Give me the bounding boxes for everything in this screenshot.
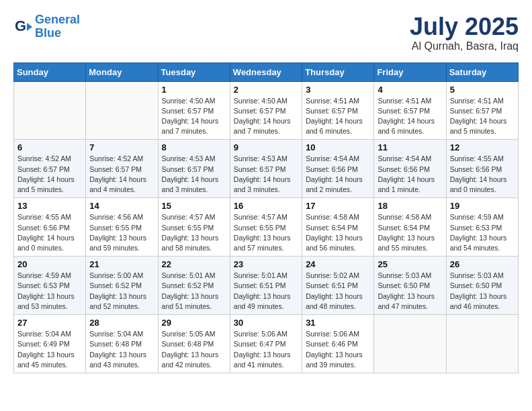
day-info: Sunrise: 5:00 AM Sunset: 6:52 PM Dayligh… (89, 271, 154, 312)
calendar-cell: 12Sunrise: 4:55 AM Sunset: 6:56 PM Dayli… (446, 140, 518, 198)
day-number: 4 (378, 85, 442, 95)
svg-text:G: G (15, 17, 26, 34)
day-info: Sunrise: 5:06 AM Sunset: 6:46 PM Dayligh… (306, 329, 370, 370)
day-info: Sunrise: 5:05 AM Sunset: 6:48 PM Dayligh… (162, 329, 226, 370)
day-number: 22 (162, 259, 226, 269)
weekday-header-thursday: Thursday (302, 62, 374, 81)
day-number: 15 (162, 201, 226, 211)
calendar-cell: 13Sunrise: 4:55 AM Sunset: 6:56 PM Dayli… (14, 198, 86, 257)
calendar-cell: 11Sunrise: 4:54 AM Sunset: 6:56 PM Dayli… (374, 140, 446, 198)
calendar-cell: 8Sunrise: 4:53 AM Sunset: 6:57 PM Daylig… (158, 140, 230, 198)
logo-icon: G (13, 17, 32, 36)
calendar-cell: 2Sunrise: 4:50 AM Sunset: 6:57 PM Daylig… (230, 81, 302, 140)
location-subtitle: Al Qurnah, Basra, Iraq (410, 40, 519, 52)
day-info: Sunrise: 4:51 AM Sunset: 6:57 PM Dayligh… (378, 96, 442, 137)
calendar-cell: 6Sunrise: 4:52 AM Sunset: 6:57 PM Daylig… (14, 140, 86, 198)
calendar-cell: 28Sunrise: 5:04 AM Sunset: 6:48 PM Dayli… (86, 315, 158, 373)
logo-line2: Blue (35, 26, 61, 40)
calendar-week-row: 20Sunrise: 4:59 AM Sunset: 6:53 PM Dayli… (14, 257, 519, 315)
calendar-cell: 25Sunrise: 5:03 AM Sunset: 6:50 PM Dayli… (374, 257, 446, 315)
calendar-cell: 27Sunrise: 5:04 AM Sunset: 6:49 PM Dayli… (14, 315, 86, 373)
day-info: Sunrise: 5:04 AM Sunset: 6:49 PM Dayligh… (17, 329, 82, 370)
day-number: 25 (378, 259, 442, 269)
day-info: Sunrise: 5:03 AM Sunset: 6:50 PM Dayligh… (450, 271, 515, 312)
calendar-cell: 14Sunrise: 4:56 AM Sunset: 6:55 PM Dayli… (86, 198, 158, 257)
day-number: 7 (89, 142, 154, 152)
calendar-cell: 26Sunrise: 5:03 AM Sunset: 6:50 PM Dayli… (446, 257, 518, 315)
day-info: Sunrise: 4:53 AM Sunset: 6:57 PM Dayligh… (162, 154, 226, 195)
day-info: Sunrise: 4:57 AM Sunset: 6:55 PM Dayligh… (234, 212, 298, 253)
day-number: 27 (17, 318, 82, 328)
day-number: 23 (234, 259, 298, 269)
weekday-header-monday: Monday (86, 62, 158, 81)
day-info: Sunrise: 4:50 AM Sunset: 6:57 PM Dayligh… (234, 96, 298, 137)
day-number: 13 (17, 201, 82, 211)
calendar-week-row: 1Sunrise: 4:50 AM Sunset: 6:57 PM Daylig… (14, 81, 519, 140)
calendar-cell: 9Sunrise: 4:53 AM Sunset: 6:57 PM Daylig… (230, 140, 302, 198)
calendar-cell: 16Sunrise: 4:57 AM Sunset: 6:55 PM Dayli… (230, 198, 302, 257)
day-number: 2 (234, 85, 298, 95)
day-number: 31 (306, 318, 370, 328)
day-number: 28 (89, 318, 154, 328)
weekday-header-sunday: Sunday (14, 62, 86, 81)
day-info: Sunrise: 5:01 AM Sunset: 6:52 PM Dayligh… (162, 271, 226, 312)
calendar-cell: 23Sunrise: 5:01 AM Sunset: 6:51 PM Dayli… (230, 257, 302, 315)
weekday-header-row: SundayMondayTuesdayWednesdayThursdayFrid… (14, 62, 519, 81)
title-block: July 2025 Al Qurnah, Basra, Iraq (410, 13, 519, 52)
calendar-cell: 17Sunrise: 4:58 AM Sunset: 6:54 PM Dayli… (302, 198, 374, 257)
day-number: 3 (306, 85, 370, 95)
day-info: Sunrise: 4:54 AM Sunset: 6:56 PM Dayligh… (378, 154, 442, 195)
day-number: 17 (306, 201, 370, 211)
day-number: 21 (89, 259, 154, 269)
day-number: 8 (162, 142, 226, 152)
calendar-cell: 15Sunrise: 4:57 AM Sunset: 6:55 PM Dayli… (158, 198, 230, 257)
calendar-cell: 29Sunrise: 5:05 AM Sunset: 6:48 PM Dayli… (158, 315, 230, 373)
calendar-table: SundayMondayTuesdayWednesdayThursdayFrid… (13, 62, 519, 373)
calendar-week-row: 27Sunrise: 5:04 AM Sunset: 6:49 PM Dayli… (14, 315, 519, 373)
weekday-header-friday: Friday (374, 62, 446, 81)
day-number: 11 (378, 142, 442, 152)
day-info: Sunrise: 4:51 AM Sunset: 6:57 PM Dayligh… (306, 96, 370, 137)
calendar-cell: 4Sunrise: 4:51 AM Sunset: 6:57 PM Daylig… (374, 81, 446, 140)
calendar-cell: 1Sunrise: 4:50 AM Sunset: 6:57 PM Daylig… (158, 81, 230, 140)
day-number: 20 (17, 259, 82, 269)
logo-text: General Blue (35, 13, 80, 40)
day-number: 10 (306, 142, 370, 152)
calendar-cell: 18Sunrise: 4:58 AM Sunset: 6:54 PM Dayli… (374, 198, 446, 257)
calendar-cell: 19Sunrise: 4:59 AM Sunset: 6:53 PM Dayli… (446, 198, 518, 257)
day-number: 26 (450, 259, 515, 269)
day-number: 9 (234, 142, 298, 152)
calendar-cell: 3Sunrise: 4:51 AM Sunset: 6:57 PM Daylig… (302, 81, 374, 140)
day-number: 14 (89, 201, 154, 211)
day-info: Sunrise: 5:04 AM Sunset: 6:48 PM Dayligh… (89, 329, 154, 370)
calendar-cell: 5Sunrise: 4:51 AM Sunset: 6:57 PM Daylig… (446, 81, 518, 140)
day-number: 29 (162, 318, 226, 328)
calendar-cell: 24Sunrise: 5:02 AM Sunset: 6:51 PM Dayli… (302, 257, 374, 315)
calendar-week-row: 13Sunrise: 4:55 AM Sunset: 6:56 PM Dayli… (14, 198, 519, 257)
day-info: Sunrise: 5:03 AM Sunset: 6:50 PM Dayligh… (378, 271, 442, 312)
calendar-cell: 30Sunrise: 5:06 AM Sunset: 6:47 PM Dayli… (230, 315, 302, 373)
calendar-cell (86, 81, 158, 140)
day-number: 24 (306, 259, 370, 269)
day-info: Sunrise: 4:57 AM Sunset: 6:55 PM Dayligh… (162, 212, 226, 253)
day-number: 16 (234, 201, 298, 211)
calendar-cell: 31Sunrise: 5:06 AM Sunset: 6:46 PM Dayli… (302, 315, 374, 373)
day-info: Sunrise: 4:53 AM Sunset: 6:57 PM Dayligh… (234, 154, 298, 195)
day-info: Sunrise: 4:56 AM Sunset: 6:55 PM Dayligh… (89, 212, 154, 253)
day-info: Sunrise: 4:51 AM Sunset: 6:57 PM Dayligh… (450, 96, 515, 137)
day-info: Sunrise: 4:50 AM Sunset: 6:57 PM Dayligh… (162, 96, 226, 137)
day-number: 6 (17, 142, 82, 152)
calendar-cell: 10Sunrise: 4:54 AM Sunset: 6:56 PM Dayli… (302, 140, 374, 198)
page-header: G General Blue July 2025 Al Qurnah, Basr… (13, 13, 519, 52)
calendar-cell (374, 315, 446, 373)
svg-marker-1 (27, 23, 32, 31)
day-info: Sunrise: 4:55 AM Sunset: 6:56 PM Dayligh… (17, 212, 82, 253)
day-info: Sunrise: 5:02 AM Sunset: 6:51 PM Dayligh… (306, 271, 370, 312)
day-info: Sunrise: 4:58 AM Sunset: 6:54 PM Dayligh… (306, 212, 370, 253)
month-year-title: July 2025 (410, 13, 519, 40)
calendar-cell: 21Sunrise: 5:00 AM Sunset: 6:52 PM Dayli… (86, 257, 158, 315)
weekday-header-saturday: Saturday (446, 62, 518, 81)
day-number: 19 (450, 201, 515, 211)
day-number: 18 (378, 201, 442, 211)
day-info: Sunrise: 4:59 AM Sunset: 6:53 PM Dayligh… (450, 212, 515, 253)
